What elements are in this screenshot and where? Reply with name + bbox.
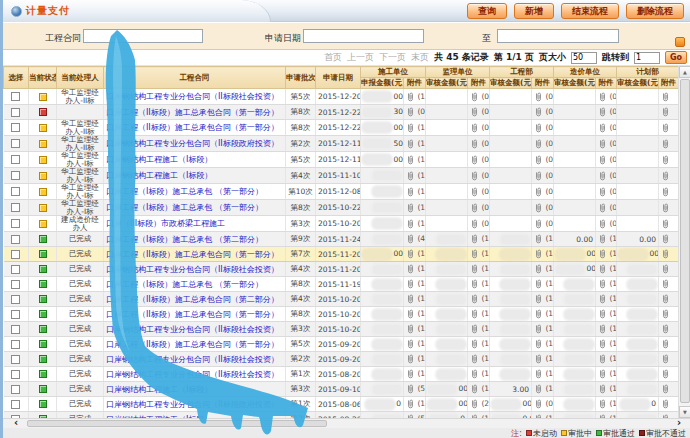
row-checkbox[interactable] <box>11 139 20 148</box>
row-checkbox[interactable] <box>11 250 20 259</box>
attachment-cell[interactable] <box>659 247 679 262</box>
contract-link[interactable]: 口岸工程（I标段）施工总承包 （第二部分） <box>106 235 263 244</box>
attachment-cell[interactable]: (1) <box>596 382 617 397</box>
attachment-cell[interactable]: (1) <box>468 382 490 397</box>
attachment-cell[interactable]: (0) <box>532 200 554 216</box>
vertical-scroll-thumb[interactable] <box>680 79 690 403</box>
contract-link[interactable]: 口岸钢结构工程专业分包合同（II标段社会投资） <box>106 265 279 274</box>
attachment-cell[interactable]: (1) <box>468 322 490 337</box>
next-page-link[interactable]: 下一页 <box>379 51 406 64</box>
attachment-cell[interactable]: (0) <box>468 136 490 152</box>
attachment-cell[interactable]: (1) <box>404 352 426 367</box>
attachment-cell[interactable]: (1) <box>468 292 490 307</box>
row-checkbox[interactable] <box>11 123 20 132</box>
table-row[interactable]: 已完成口岸钢结构工程专业分包合同（II标段社会投资）第2次2015-09-20 … <box>4 352 679 367</box>
attachment-cell[interactable]: (1) <box>468 232 490 247</box>
row-checkbox[interactable] <box>11 92 20 101</box>
attachment-cell[interactable]: (0) <box>468 216 490 232</box>
first-page-link[interactable]: 首页 <box>324 51 342 64</box>
tab-measurement-payment[interactable]: 计量支付 <box>3 0 271 22</box>
attachment-cell[interactable]: (1) <box>596 322 617 337</box>
contract-link[interactable]: 口岸工程（II标段）施工总承包合同（第一部分） <box>106 108 279 117</box>
contract-link[interactable]: 口岸工程（II标段）施工总承包合同（第二部分） <box>106 295 279 304</box>
attachment-cell[interactable]: (1) <box>404 262 426 277</box>
delete-flow-button[interactable]: 删除流程 <box>626 3 684 19</box>
contract-link[interactable]: 口岸钢结构工程施工（I标段） <box>106 171 212 180</box>
attachment-cell[interactable]: (1) <box>468 247 490 262</box>
row-checkbox[interactable] <box>11 385 20 394</box>
panel-corner-icon[interactable] <box>675 37 685 47</box>
jump-input[interactable] <box>634 52 660 64</box>
contract-link[interactable]: 口岸工程（II标段）施工总承包合同（第一部分） <box>106 123 279 132</box>
vertical-scrollbar[interactable]: ▲ ▼ <box>678 66 690 418</box>
table-row[interactable]: 已完成口岸工程（I标段）施工总承包 （第一部分）第8次2015-11-19 (1… <box>4 277 679 292</box>
attachment-cell[interactable]: (1) <box>596 277 617 292</box>
table-row[interactable]: 华工监理经办人-II标口岸工程（II标段）施工总承包合同（第一部分）第8次201… <box>4 120 679 136</box>
attachment-cell[interactable]: (0) <box>596 200 617 216</box>
date-to-input[interactable] <box>497 29 619 43</box>
attachment-cell[interactable]: (1) <box>404 120 426 136</box>
attachment-cell[interactable]: (0) <box>468 152 490 168</box>
row-checkbox[interactable] <box>11 219 20 228</box>
horizontal-scrollbar[interactable]: ‹ › <box>3 418 690 428</box>
attachment-cell[interactable] <box>659 262 679 277</box>
attachment-cell[interactable]: (1) <box>404 367 426 382</box>
attachment-cell[interactable]: (0) <box>532 168 554 184</box>
attachment-cell[interactable]: (1) <box>468 337 490 352</box>
attachment-cell[interactable]: (0) <box>596 136 617 152</box>
attachment-cell[interactable] <box>659 89 679 105</box>
attachment-cell[interactable]: (1) <box>596 352 617 367</box>
row-checkbox[interactable] <box>11 235 20 244</box>
attachment-cell[interactable]: (1) <box>532 247 554 262</box>
attachment-cell[interactable] <box>659 200 679 216</box>
row-checkbox[interactable] <box>11 325 20 334</box>
attachment-cell[interactable] <box>659 184 679 200</box>
attachment-cell[interactable]: (1) <box>596 232 617 247</box>
table-row[interactable]: 建成造价经办人口岸（III标段）市政桥梁工程施工第3次2015-10-20 (1… <box>4 216 679 232</box>
page-size-input[interactable] <box>571 52 597 64</box>
attachment-cell[interactable]: (1) <box>596 262 617 277</box>
attachment-cell[interactable]: (1) <box>596 292 617 307</box>
attachment-cell[interactable] <box>659 367 679 382</box>
contract-link[interactable]: 口岸钢结构工程专业分包合同（II标段政府投资） <box>106 400 279 409</box>
attachment-cell[interactable]: (1) <box>532 307 554 322</box>
row-checkbox[interactable] <box>11 187 20 196</box>
attachment-cell[interactable]: (0) <box>596 152 617 168</box>
contract-link[interactable]: 口岸工程（II标段）施工总承包合同（第一部分） <box>106 250 279 259</box>
contract-link[interactable]: 口岸工程（I标段）施工总承包 （第一部分） <box>106 187 263 196</box>
attachment-cell[interactable]: (1) <box>468 307 490 322</box>
table-row[interactable]: 已完成口岸工程（I标段）施工总承包 （第二部分）第9次2015-11-24 (4… <box>4 232 679 247</box>
scroll-left-icon[interactable]: ‹ <box>14 417 18 429</box>
row-checkbox[interactable] <box>11 310 20 319</box>
contract-link[interactable]: 口岸钢结构工程专业分包合同（II标段社会投资） <box>106 92 279 101</box>
attachment-cell[interactable] <box>659 105 679 120</box>
attachment-cell[interactable]: (0) <box>468 89 490 105</box>
attachment-cell[interactable]: (1) <box>532 262 554 277</box>
attachment-cell[interactable] <box>659 168 679 184</box>
attachment-cell[interactable]: (1) <box>596 337 617 352</box>
attachment-cell[interactable] <box>659 337 679 352</box>
attachment-cell[interactable]: (1) <box>532 337 554 352</box>
attachment-cell[interactable] <box>659 136 679 152</box>
date-from-input[interactable] <box>303 29 424 43</box>
contract-link[interactable]: 口岸钢结构工程专业分包合同（II标段政府投资） <box>106 139 279 148</box>
table-row[interactable]: 已完成口岸工程（II标段）施工总承包合同（第二部分）第4次2015-10-20 … <box>4 292 679 307</box>
attachment-cell[interactable]: (0) <box>532 184 554 200</box>
attachment-cell[interactable] <box>659 397 679 412</box>
attachment-cell[interactable]: (2) <box>468 397 490 412</box>
contract-link[interactable]: 口岸（III标段）市政桥梁工程施工 <box>106 219 225 228</box>
table-row[interactable]: 华工监理经办人-I标口岸工程（I标段）施工总承包 （第一部分）第10次2015-… <box>4 184 679 200</box>
row-checkbox[interactable] <box>11 355 20 364</box>
table-row[interactable]: 华工监理经办人-II标口岸钢结构工程专业分包合同（II标段社会投资）第5次201… <box>4 89 679 105</box>
contract-link[interactable]: 口岸工程（I标段）施工总承包 （第一部分） <box>106 280 263 289</box>
attachment-cell[interactable]: (0) <box>596 89 617 105</box>
contract-link[interactable]: 口岸工程（II标段）施工总承包合同（第一部分） <box>106 340 279 349</box>
attachment-cell[interactable] <box>659 352 679 367</box>
table-row[interactable]: 口岸工程（II标段）施工总承包合同（第一部分）第8次2015-12-22 30 … <box>4 105 679 120</box>
contract-input[interactable] <box>83 29 203 43</box>
attachment-cell[interactable]: (0) <box>532 152 554 168</box>
attachment-cell[interactable]: (1) <box>404 337 426 352</box>
attachment-cell[interactable]: (0) <box>596 120 617 136</box>
attachment-cell[interactable]: (1) <box>532 232 554 247</box>
attachment-cell[interactable]: (0) <box>468 168 490 184</box>
